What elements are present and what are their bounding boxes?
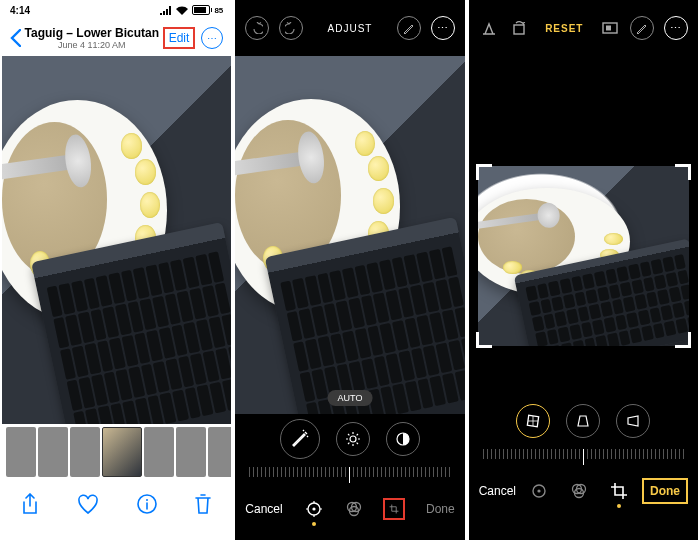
auto-enhance-dial[interactable] [280, 419, 320, 459]
signal-icon [160, 6, 172, 15]
crop-tab[interactable] [383, 498, 405, 520]
adjust-tab[interactable] [528, 480, 550, 502]
rotate-button[interactable] [509, 18, 529, 38]
adjustment-dials [235, 414, 464, 464]
svg-point-1 [146, 499, 148, 501]
auto-badge: AUTO [328, 390, 373, 406]
cancel-button[interactable]: Cancel [479, 484, 516, 498]
favorite-button[interactable] [77, 494, 99, 514]
svg-point-5 [313, 507, 316, 510]
vertical-perspective-dial[interactable] [566, 404, 600, 438]
horizontal-perspective-dial[interactable] [616, 404, 650, 438]
crop-preview[interactable] [469, 116, 698, 396]
edit-button[interactable]: Edit [163, 27, 196, 49]
reset-button[interactable]: RESET [545, 23, 583, 34]
edit-mode-tabs [303, 498, 405, 520]
svg-point-2 [350, 436, 356, 442]
angle-slider[interactable] [469, 446, 698, 468]
done-button[interactable]: Done [642, 478, 688, 504]
mode-label: ADJUST [328, 23, 373, 34]
flip-vertical-button[interactable] [479, 18, 499, 38]
svg-rect-9 [514, 25, 524, 34]
editor-bottom-bar: Cancel Done [235, 486, 464, 532]
location-label: Taguig – Lower Bicutan [25, 26, 159, 40]
undo-button[interactable] [245, 16, 269, 40]
filters-tab[interactable] [568, 480, 590, 502]
svg-point-14 [537, 489, 540, 492]
adjust-tab[interactable] [303, 498, 325, 520]
editor-preview[interactable]: AUTO [235, 56, 464, 414]
photos-viewer-screen: 4:14 85 [2, 0, 231, 540]
markup-button[interactable] [397, 16, 421, 40]
crop-tab[interactable] [608, 480, 630, 502]
photo-preview[interactable] [2, 56, 231, 424]
date-label: June 4 11:20 AM [25, 40, 159, 50]
wifi-icon [176, 6, 188, 15]
filters-tab[interactable] [343, 498, 365, 520]
nav-bar: Taguig – Lower Bicutan June 4 11:20 AM E… [2, 20, 231, 56]
status-indicators: 85 [160, 5, 223, 15]
aspect-ratio-button[interactable] [600, 18, 620, 38]
markup-button[interactable] [630, 16, 654, 40]
done-button[interactable]: Done [426, 502, 455, 516]
thumbnail-strip[interactable] [2, 424, 231, 480]
straighten-dial[interactable] [516, 404, 550, 438]
photo-title: Taguig – Lower Bicutan June 4 11:20 AM [25, 26, 159, 50]
svg-rect-11 [606, 26, 611, 31]
crop-frame[interactable] [478, 166, 689, 345]
value-slider[interactable] [235, 464, 464, 486]
crop-editor-screen: RESET ⋯ [469, 0, 698, 540]
edit-mode-tabs [528, 480, 630, 502]
clock: 4:14 [10, 5, 30, 16]
brilliance-dial[interactable] [386, 422, 420, 456]
crop-handle-tl[interactable] [476, 164, 492, 180]
share-button[interactable] [21, 493, 39, 515]
back-button[interactable] [10, 29, 21, 47]
more-button[interactable]: ⋯ [201, 27, 223, 49]
bottom-toolbar [2, 480, 231, 528]
exposure-dial[interactable] [336, 422, 370, 456]
editor-top-bar: ADJUST ⋯ [235, 0, 464, 56]
redo-button[interactable] [279, 16, 303, 40]
battery-icon: 85 [192, 5, 223, 15]
adjust-editor-screen: ADJUST ⋯ AUTO [235, 0, 464, 540]
status-bar: 4:14 85 [2, 0, 231, 20]
info-button[interactable] [137, 494, 157, 514]
crop-top-bar: RESET ⋯ [469, 0, 698, 56]
crop-handle-br[interactable] [675, 332, 691, 348]
plugins-button[interactable]: ⋯ [431, 16, 455, 40]
crop-bottom-bar: Cancel Done [469, 468, 698, 514]
cancel-button[interactable]: Cancel [245, 502, 282, 516]
crop-handle-tr[interactable] [675, 164, 691, 180]
delete-button[interactable] [194, 493, 212, 515]
crop-handle-bl[interactable] [476, 332, 492, 348]
crop-dials [469, 396, 698, 446]
plugins-button[interactable]: ⋯ [664, 16, 688, 40]
